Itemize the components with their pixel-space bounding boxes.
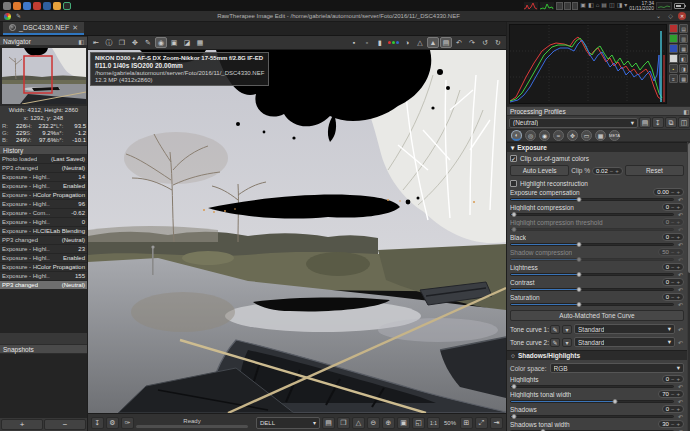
reset-icon[interactable]: ↶: [677, 211, 684, 218]
histogram-chroma-toggle[interactable]: ▪: [669, 64, 678, 73]
value-spinner[interactable]: 0−+: [662, 278, 684, 286]
reset-icon[interactable]: ↶: [677, 271, 684, 278]
straighten-icon[interactable]: ✎: [142, 37, 154, 48]
profile-select[interactable]: (Neutral) ▾: [509, 118, 638, 128]
history-row[interactable]: Exposure - Highl...96: [0, 200, 87, 209]
reset-icon[interactable]: ↶: [677, 196, 684, 203]
tray-display-icon[interactable]: ◫: [609, 1, 615, 10]
remove-snapshot-button[interactable]: −: [44, 419, 86, 430]
before-after-icon[interactable]: ❐: [116, 37, 128, 48]
undo-icon[interactable]: ↶: [453, 37, 465, 48]
zoom-fit-crop-button[interactable]: ◱: [412, 417, 425, 429]
slider-knob[interactable]: [577, 197, 582, 202]
shadow-clip-icon[interactable]: ▲: [427, 37, 439, 48]
reset-icon[interactable]: ↶: [677, 286, 684, 293]
highlight-reconstruction-checkbox[interactable]: [510, 180, 517, 187]
history-row[interactable]: PP3 changed(Neutral): [0, 164, 87, 173]
chevron-down-icon[interactable]: ▾: [562, 325, 572, 334]
zoom-100-button[interactable]: 1:1: [427, 417, 440, 429]
tray-clipboard-icon[interactable]: ▤: [601, 1, 607, 10]
histogram-mode2-button[interactable]: ▥: [679, 34, 688, 43]
tray-user-icon[interactable]: ⌂: [596, 1, 600, 10]
battery-icon[interactable]: [674, 3, 685, 9]
history-row[interactable]: Exposure - Highl...23: [0, 245, 87, 254]
plus-icon[interactable]: +: [615, 168, 619, 174]
slider-knob[interactable]: [577, 242, 582, 247]
processing-profiles-header[interactable]: Processing Profiles ◧: [507, 106, 690, 116]
histogram-mode1-button[interactable]: ▤: [679, 24, 688, 33]
channel-toggle-icons[interactable]: [387, 37, 400, 48]
history-row[interactable]: Exposure - HLR ...Color Propagation: [0, 263, 87, 272]
tab-detail-icon[interactable]: ◎: [525, 130, 536, 141]
slider[interactable]: ↶: [510, 271, 684, 278]
slider-knob[interactable]: [512, 384, 517, 389]
histogram-mode3-button[interactable]: ▦: [679, 44, 688, 53]
value-spinner[interactable]: 0.00−+: [653, 188, 684, 196]
memory-graph-icon[interactable]: [540, 2, 554, 10]
history-row[interactable]: PP3 changed(Neutral): [0, 236, 87, 245]
clip-gamut-checkbox[interactable]: ✓: [510, 155, 517, 162]
maximize-button[interactable]: ◇: [666, 12, 675, 21]
zoom-fit-button[interactable]: ▣: [397, 417, 410, 429]
slider-knob[interactable]: [512, 212, 517, 217]
snapshots-header[interactable]: Snapshots: [0, 344, 87, 354]
copy-profile-button[interactable]: ⧉: [665, 117, 677, 128]
power-icon[interactable]: ○: [511, 352, 515, 359]
history-row[interactable]: Exposure - HLR ...Color Propagation: [0, 191, 87, 200]
slider-knob[interactable]: [612, 399, 617, 404]
zoom-in-button[interactable]: ⊕: [382, 417, 395, 429]
value-spinner[interactable]: 70−+: [658, 390, 684, 398]
rotate-ccw-icon[interactable]: ↺: [479, 37, 491, 48]
history-header[interactable]: History: [0, 145, 87, 155]
save-image-button[interactable]: ↧: [91, 417, 104, 429]
rotate-cw-icon[interactable]: ↻: [492, 37, 504, 48]
tab-exposure-icon[interactable]: ◐: [511, 130, 522, 141]
app-icon-amber[interactable]: [53, 2, 61, 10]
value-spinner[interactable]: 50−+: [658, 248, 684, 256]
collapse-right-panel-button[interactable]: ⇥: [490, 417, 503, 429]
paste-profile-button[interactable]: ◫: [678, 117, 690, 128]
image-tab[interactable]: _DSC4330.NEF ✕: [3, 22, 84, 35]
histogram-mode5-button[interactable]: ◨: [679, 64, 688, 73]
shadows-highlights-section-header[interactable]: ○ Shadows/Highlights: [507, 350, 687, 360]
app-icon-blue[interactable]: [23, 2, 31, 10]
gamut-check-button[interactable]: △: [352, 417, 365, 429]
detail-window-button[interactable]: ⊞: [460, 417, 473, 429]
slider-knob[interactable]: [512, 414, 517, 419]
tab-metadata-icon[interactable]: META: [609, 130, 620, 141]
tray-volume-icon[interactable]: ◧: [588, 1, 594, 10]
value-spinner[interactable]: 0−+: [662, 293, 684, 301]
perspective-icon[interactable]: ◪: [181, 37, 193, 48]
cpu-graph-icon[interactable]: [524, 2, 538, 10]
window-list-icon[interactable]: [556, 2, 578, 10]
slider[interactable]: ↶: [510, 301, 684, 308]
value-spinner[interactable]: 0−+: [662, 203, 684, 211]
image-canvas[interactable]: NIKON D300 + AF-S DX Zoom-Nikkor 17-55mm…: [88, 50, 506, 413]
minus-icon[interactable]: −: [610, 168, 614, 174]
redo-icon[interactable]: ↷: [466, 37, 478, 48]
reset-icon[interactable]: ↶: [677, 301, 684, 308]
app-launcher-icon[interactable]: [3, 2, 11, 10]
history-row[interactable]: Exposure - Highl...Enabled: [0, 182, 87, 191]
color-space-select[interactable]: RGB ▾: [550, 363, 685, 373]
navigator-header[interactable]: Navigator ◧: [0, 36, 87, 46]
tray-expand-icon[interactable]: ▾: [624, 1, 627, 10]
profiles-panel-icon[interactable]: ◧: [683, 108, 689, 115]
crop-guide-icon[interactable]: ▦: [194, 37, 206, 48]
reset-icon[interactable]: ↶: [677, 339, 684, 346]
value-spinner[interactable]: 0−+: [662, 263, 684, 271]
reset-icon[interactable]: ↶: [677, 326, 684, 333]
softproof-button[interactable]: ❐: [337, 417, 350, 429]
tab-advanced-icon[interactable]: ≈: [553, 130, 564, 141]
tone-curve-2-type-select[interactable]: Standard ▾: [574, 337, 675, 347]
bg-color-bar-icon[interactable]: ▮: [374, 37, 386, 48]
value-spinner[interactable]: 0−+: [662, 405, 684, 413]
history-row[interactable]: Exposure - Highl...Enabled: [0, 254, 87, 263]
add-to-queue-button[interactable]: ⚙: [106, 417, 119, 429]
histogram-overlay-icon[interactable]: ▤: [440, 37, 452, 48]
tab-transform-icon[interactable]: ▭: [581, 130, 592, 141]
navigator-preview[interactable]: [0, 46, 87, 106]
tray-clock[interactable]: 17:34 01/11/2020: [629, 1, 654, 11]
tray-screenshot-icon[interactable]: ▣: [580, 1, 586, 10]
highlight-clip-icon[interactable]: △: [414, 37, 426, 48]
